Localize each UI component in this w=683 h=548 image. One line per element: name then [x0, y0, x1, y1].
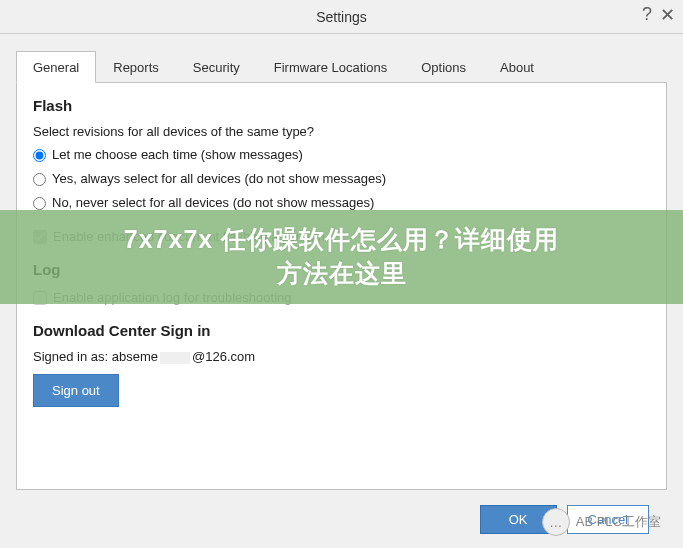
- check-enhanced-flashing[interactable]: Enable enhanced concurrent flashing algo…: [33, 227, 650, 247]
- radio-choose-each-time[interactable]: Let me choose each time (show messages): [33, 145, 650, 165]
- help-icon[interactable]: ?: [642, 4, 652, 26]
- radio-label: No, never select for all devices (do not…: [52, 193, 374, 213]
- flash-question: Select revisions for all devices of the …: [33, 124, 650, 139]
- check-label: Enable enhanced concurrent flashing algo…: [53, 227, 325, 247]
- window-controls: ? ✕: [642, 4, 675, 26]
- tab-general[interactable]: General: [16, 51, 96, 83]
- window-title: Settings: [0, 9, 683, 25]
- redacted-block: [160, 352, 190, 364]
- log-heading: Log: [33, 261, 650, 278]
- tab-about[interactable]: About: [483, 51, 551, 83]
- cancel-button[interactable]: Cancel: [567, 505, 649, 534]
- radio-no-all[interactable]: No, never select for all devices (do not…: [33, 193, 650, 213]
- tabpage-general: Flash Select revisions for all devices o…: [16, 83, 667, 490]
- radio-no-all-input[interactable]: [33, 197, 46, 210]
- ok-button[interactable]: OK: [480, 505, 557, 534]
- sign-out-button[interactable]: Sign out: [33, 374, 119, 407]
- tabstrip: General Reports Security Firmware Locati…: [16, 50, 667, 83]
- check-app-log-input[interactable]: [33, 291, 47, 305]
- tab-options[interactable]: Options: [404, 51, 483, 83]
- client-area: General Reports Security Firmware Locati…: [0, 34, 683, 548]
- dialog-footer: OK Cancel: [16, 490, 667, 548]
- titlebar: Settings ? ✕: [0, 0, 683, 34]
- signed-in-as: Signed in as: abseme@126.com: [33, 349, 650, 364]
- signed-user: abseme: [112, 349, 158, 364]
- tab-security[interactable]: Security: [176, 51, 257, 83]
- radio-label: Yes, always select for all devices (do n…: [52, 169, 386, 189]
- tab-reports[interactable]: Reports: [96, 51, 176, 83]
- radio-yes-all[interactable]: Yes, always select for all devices (do n…: [33, 169, 650, 189]
- settings-window: Settings ? ✕ General Reports Security Fi…: [0, 0, 683, 548]
- signed-prefix: Signed in as:: [33, 349, 108, 364]
- close-icon[interactable]: ✕: [660, 4, 675, 26]
- radio-label: Let me choose each time (show messages): [52, 145, 303, 165]
- flash-heading: Flash: [33, 97, 650, 114]
- check-enhanced-flashing-input[interactable]: [33, 230, 47, 244]
- radio-yes-all-input[interactable]: [33, 173, 46, 186]
- check-label: Enable application log for troubleshooti…: [53, 288, 292, 308]
- radio-choose-each-time-input[interactable]: [33, 149, 46, 162]
- dc-heading: Download Center Sign in: [33, 322, 650, 339]
- signed-domain: @126.com: [192, 349, 255, 364]
- check-app-log[interactable]: Enable application log for troubleshooti…: [33, 288, 650, 308]
- tab-firmware-locations[interactable]: Firmware Locations: [257, 51, 404, 83]
